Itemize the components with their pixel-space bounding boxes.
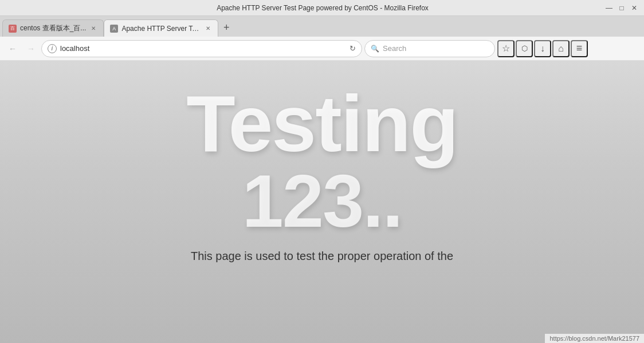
tab-1-favicon: 百 bbox=[9, 25, 17, 33]
minimize-button[interactable]: — bbox=[605, 4, 613, 12]
info-icon: i bbox=[48, 44, 57, 53]
back-button[interactable]: ← bbox=[5, 41, 21, 57]
search-bar[interactable]: 🔍 Search bbox=[364, 40, 495, 57]
title-bar: Apache HTTP Server Test Page powered by … bbox=[0, 0, 644, 16]
forward-button[interactable]: → bbox=[23, 41, 39, 57]
tab-2-favicon: A bbox=[110, 25, 118, 33]
window-title: Apache HTTP Server Test Page powered by … bbox=[40, 4, 605, 12]
bookmark-button[interactable]: ☆ bbox=[497, 40, 515, 57]
search-placeholder: Search bbox=[383, 44, 406, 53]
page-heading-2: 123.. bbox=[242, 164, 402, 238]
screenshot-button[interactable]: ⬡ bbox=[516, 40, 533, 57]
reload-button[interactable]: ↻ bbox=[350, 44, 356, 53]
menu-button[interactable]: ≡ bbox=[571, 40, 588, 57]
tab-1-label: centos 查看版本_百... bbox=[20, 23, 86, 33]
address-bar[interactable]: i localhost ↻ bbox=[41, 40, 362, 57]
search-icon: 🔍 bbox=[371, 45, 379, 53]
tab-2[interactable]: A Apache HTTP Server Tes... ✕ bbox=[104, 19, 218, 37]
navigation-bar: ← → i localhost ↻ 🔍 Search ☆ ⬡ ↓ ⌂ ≡ bbox=[0, 37, 644, 61]
page-content: Testing 123.. This page is used to test … bbox=[0, 61, 644, 343]
tab-2-close[interactable]: ✕ bbox=[204, 25, 212, 33]
page-heading-1: Testing bbox=[186, 84, 457, 164]
new-tab-button[interactable]: + bbox=[218, 19, 234, 36]
download-button[interactable]: ↓ bbox=[534, 40, 551, 57]
page-subtitle: This page is used to test the proper ope… bbox=[191, 250, 453, 263]
nav-icons: ☆ ⬡ ↓ ⌂ ≡ bbox=[497, 40, 588, 57]
maximize-button[interactable]: □ bbox=[618, 4, 626, 12]
tab-bar: 百 centos 查看版本_百... ✕ A Apache HTTP Serve… bbox=[0, 16, 644, 37]
close-button[interactable]: ✕ bbox=[630, 4, 638, 12]
tab-1[interactable]: 百 centos 查看版本_百... ✕ bbox=[2, 19, 104, 37]
status-bar-url: https://blog.csdn.net/Mark21577 bbox=[545, 334, 644, 343]
address-text: localhost bbox=[60, 44, 346, 53]
tab-1-close[interactable]: ✕ bbox=[89, 25, 97, 33]
tab-2-label: Apache HTTP Server Tes... bbox=[121, 25, 201, 33]
home-button[interactable]: ⌂ bbox=[552, 40, 570, 57]
window-controls: — □ ✕ bbox=[605, 4, 638, 12]
